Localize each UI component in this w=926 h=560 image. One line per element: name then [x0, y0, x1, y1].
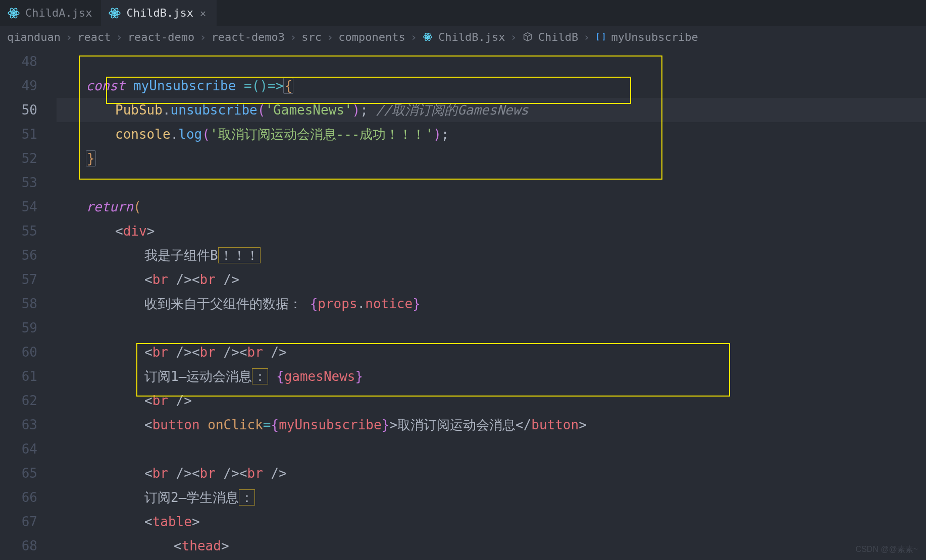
symbol-cube-icon — [522, 31, 533, 42]
svg-point-8 — [427, 36, 428, 37]
code-line: PubSub.unsubscribe('GamesNews'); //取消订阅的… — [57, 98, 926, 122]
line-number: 64 — [0, 437, 57, 461]
line-number: 57 — [0, 267, 57, 292]
line-number: 52 — [0, 146, 57, 171]
line-number: 63 — [0, 413, 57, 437]
code-line: 订阅2—学生消息： — [57, 485, 926, 510]
tab-child-a[interactable]: ChildA.jsx — [0, 0, 101, 26]
tab-label: ChildA.jsx — [25, 7, 92, 19]
code-line: <thead> — [57, 534, 926, 558]
line-number: 66 — [0, 485, 57, 510]
line-number: 51 — [0, 122, 57, 146]
crumb[interactable]: src — [301, 31, 322, 43]
crumb-file[interactable]: ChildB.jsx — [438, 31, 505, 43]
line-number: 59 — [0, 316, 57, 340]
svg-point-4 — [114, 12, 116, 14]
line-number: 54 — [0, 195, 57, 219]
line-number: 67 — [0, 510, 57, 534]
line-number: 68 — [0, 534, 57, 558]
line-number: 62 — [0, 388, 57, 413]
code-line: <br /><br /><br /> — [57, 340, 926, 364]
tab-child-b[interactable]: ChildB.jsx ✕ — [101, 0, 216, 26]
code-line: } — [57, 146, 926, 171]
line-number: 48 — [0, 49, 57, 74]
tab-bar: ChildA.jsx ChildB.jsx ✕ — [0, 0, 926, 26]
crumb[interactable]: qianduan — [7, 31, 61, 43]
line-number-gutter: 4849505152535455565758596061626364656667… — [0, 47, 57, 560]
line-number: 61 — [0, 364, 57, 388]
line-number: 58 — [0, 292, 57, 316]
line-number: 60 — [0, 340, 57, 364]
breadcrumb[interactable]: qianduan› react› react-demo› react-demo3… — [0, 26, 926, 47]
code-line — [57, 437, 926, 461]
code-line: const myUnsubscribe =()=>{ — [57, 74, 926, 98]
tab-label: ChildB.jsx — [126, 7, 193, 19]
line-number: 49 — [0, 74, 57, 98]
react-icon — [422, 31, 433, 42]
line-number: 50 — [0, 98, 57, 122]
react-icon — [7, 7, 20, 20]
svg-point-0 — [13, 12, 15, 14]
code-line: 订阅1—运动会消息： {gamesNews} — [57, 364, 926, 388]
code-line: <br /> — [57, 388, 926, 413]
crumb-symbol[interactable]: myUnsubscribe — [611, 31, 698, 43]
code-line: 收到来自于父组件的数据： {props.notice} — [57, 292, 926, 316]
crumb[interactable]: react-demo — [128, 31, 194, 43]
watermark: CSDN @@素素~ — [855, 544, 918, 555]
code-line — [57, 316, 926, 340]
crumb-symbol[interactable]: ChildB — [538, 31, 578, 43]
crumb[interactable]: react-demo3 — [211, 31, 285, 43]
code-line: return( — [57, 195, 926, 219]
react-icon — [108, 7, 121, 20]
code-editor[interactable]: 4849505152535455565758596061626364656667… — [0, 47, 926, 560]
code-line: <table> — [57, 510, 926, 534]
line-number: 65 — [0, 461, 57, 485]
code-line — [57, 49, 926, 74]
code-line — [57, 171, 926, 195]
symbol-variable-icon — [595, 31, 606, 42]
line-number: 55 — [0, 219, 57, 243]
code-line: <div> — [57, 219, 926, 243]
code-area[interactable]: const myUnsubscribe =()=>{ PubSub.unsubs… — [57, 47, 926, 560]
close-icon[interactable]: ✕ — [198, 7, 208, 19]
line-number: 56 — [0, 243, 57, 267]
crumb[interactable]: react — [77, 31, 111, 43]
line-number: 53 — [0, 171, 57, 195]
code-line: console.log('取消订阅运动会消息---成功！！！'); — [57, 122, 926, 146]
code-line: 我是子组件B！！！ — [57, 243, 926, 267]
crumb[interactable]: components — [338, 31, 405, 43]
code-line: <br /><br /> — [57, 267, 926, 292]
code-line: <button onClick={myUnsubscribe}>取消订阅运动会消… — [57, 413, 926, 437]
code-line: <br /><br /><br /> — [57, 461, 926, 485]
